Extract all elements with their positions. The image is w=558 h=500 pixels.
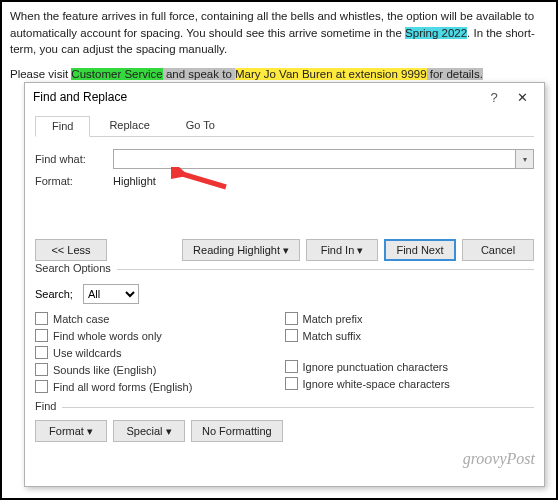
highlight-green: Customer Service <box>71 68 162 80</box>
search-direction-row: Search; All <box>35 284 534 304</box>
watermark: groovyPost <box>463 450 535 468</box>
checkbox-icon <box>285 360 298 373</box>
check-sounds-like[interactable]: Sounds like (English) <box>35 363 285 376</box>
text: Please visit <box>10 68 71 80</box>
format-label: Format: <box>35 175 113 187</box>
checkbox-icon <box>285 377 298 390</box>
checkbox-icon <box>35 380 48 393</box>
search-label: Search; <box>35 288 73 300</box>
tab-goto[interactable]: Go To <box>169 115 232 136</box>
check-ignore-whitespace[interactable]: Ignore white-space characters <box>285 377 535 390</box>
check-match-suffix[interactable]: Match suffix <box>285 329 535 342</box>
checkbox-icon <box>285 312 298 325</box>
check-ignore-punct[interactable]: Ignore punctuation characters <box>285 360 535 373</box>
checkbox-icon <box>35 363 48 376</box>
highlight-gray: and speak to <box>163 68 235 80</box>
find-group-title: Find <box>35 400 62 412</box>
paragraph-2: Please visit Customer Service and speak … <box>10 66 548 83</box>
checkbox-columns: Match case Find whole words only Use wil… <box>35 312 534 397</box>
highlight-yellow: Mary Jo Van Buren at extension 9999 <box>235 68 427 80</box>
less-button[interactable]: << Less <box>35 239 107 261</box>
find-format-group: Find Format ▾ Special ▾ No Formatting <box>35 407 534 442</box>
find-what-row: Find what: ▾ <box>35 149 534 169</box>
checkbox-icon <box>285 329 298 342</box>
special-button[interactable]: Special ▾ <box>113 420 185 442</box>
check-word-forms[interactable]: Find all word forms (English) <box>35 380 285 393</box>
find-in-button[interactable]: Find In ▾ <box>306 239 378 261</box>
find-what-dropdown[interactable]: ▾ <box>516 149 534 169</box>
search-options-title: Search Options <box>35 262 117 274</box>
check-wildcards[interactable]: Use wildcards <box>35 346 285 359</box>
find-format-buttons: Format ▾ Special ▾ No Formatting <box>35 420 534 442</box>
search-options-group: Search Options Search; All Match case Fi… <box>35 269 534 397</box>
format-value: Highlight <box>113 175 156 187</box>
highlight-gray: for details. <box>427 68 483 80</box>
check-match-prefix[interactable]: Match prefix <box>285 312 535 325</box>
dialog-content: Find Replace Go To Find what: ▾ Format: … <box>25 111 544 486</box>
checkbox-col-right: Match prefix Match suffix Ignore punctua… <box>285 312 535 397</box>
checkbox-icon <box>35 312 48 325</box>
tab-find[interactable]: Find <box>35 116 90 137</box>
checkbox-icon <box>35 329 48 342</box>
checkbox-col-left: Match case Find whole words only Use wil… <box>35 312 285 397</box>
help-button[interactable]: ? <box>480 90 508 105</box>
find-what-input[interactable] <box>113 149 516 169</box>
find-next-button[interactable]: Find Next <box>384 239 456 261</box>
highlight-cyan: Spring 2022 <box>405 27 467 39</box>
find-what-label: Find what: <box>35 153 113 165</box>
no-formatting-button[interactable]: No Formatting <box>191 420 283 442</box>
cancel-button[interactable]: Cancel <box>462 239 534 261</box>
find-replace-dialog: Find and Replace ? ✕ Find Replace Go To … <box>24 82 545 487</box>
format-button[interactable]: Format ▾ <box>35 420 107 442</box>
tab-replace[interactable]: Replace <box>92 115 166 136</box>
tab-strip: Find Replace Go To <box>35 115 534 137</box>
titlebar[interactable]: Find and Replace ? ✕ <box>25 83 544 111</box>
check-match-case[interactable]: Match case <box>35 312 285 325</box>
check-whole-words[interactable]: Find whole words only <box>35 329 285 342</box>
checkbox-icon <box>35 346 48 359</box>
paragraph-1: When the feature arrives in full force, … <box>10 8 548 58</box>
main-button-row: << Less Reading Highlight ▾ Find In ▾ Fi… <box>35 239 534 261</box>
reading-highlight-button[interactable]: Reading Highlight ▾ <box>182 239 300 261</box>
search-direction-select[interactable]: All <box>83 284 139 304</box>
close-button[interactable]: ✕ <box>508 90 536 105</box>
format-row: Format: Highlight <box>35 175 534 187</box>
dialog-title: Find and Replace <box>33 90 480 104</box>
